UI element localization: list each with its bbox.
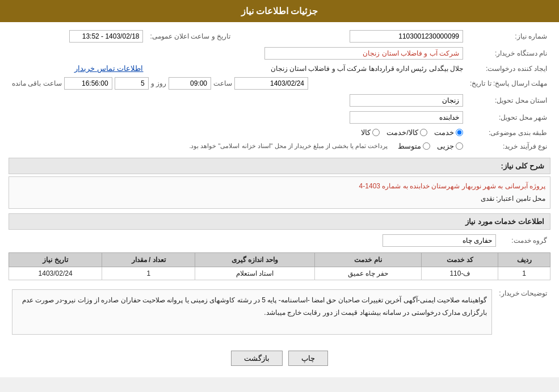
service-group-label: گروه خدمت: — [499, 232, 550, 249]
reply-remaining-label: ساعت باقی مانده — [12, 79, 62, 87]
col-qty: تعداد / مقدار — [102, 253, 195, 267]
delivery-city-input[interactable] — [350, 111, 463, 124]
row-process-type: نوع فرآیند خرید: جزیی متوسط — [9, 139, 550, 153]
buyer-org-input[interactable] — [264, 47, 463, 60]
reply-deadline-label: مهلت ارسال پاسخ: تا تاریخ: — [466, 75, 550, 92]
cell-quantity: 1 — [102, 267, 195, 280]
print-button[interactable]: چاپ — [288, 351, 328, 366]
page-title: جزئیات اطلاعات نیاز — [241, 6, 318, 16]
row-delivery-province: استان محل تحویل: — [9, 92, 550, 109]
row-service-group: گروه خدمت: — [9, 232, 550, 249]
remarks-label: توضیحات خریدار: — [495, 285, 550, 339]
reply-time-input[interactable] — [169, 77, 211, 90]
process-label: نوع فرآیند خرید: — [466, 139, 550, 153]
description-line1: پروژه آبرسانی به شهر نوربهار شهرستان خدا… — [14, 180, 545, 193]
row-delivery-city: شهر محل تحویل: — [9, 109, 550, 126]
creator-label: ایجاد کننده درخواست: — [466, 62, 550, 75]
cell-date: 1403/02/24 — [9, 267, 102, 280]
service-group-value — [9, 232, 499, 249]
delivery-city-label: شهر محل تحویل: — [466, 109, 550, 126]
services-section-title: اطلاعات خدمات مورد نیاز — [9, 213, 550, 230]
back-button[interactable]: بازگشت — [231, 351, 283, 366]
reply-remaining-input — [64, 77, 112, 90]
category-label: طبقه بندی موضوعی: — [466, 126, 550, 139]
delivery-province-input[interactable] — [350, 94, 463, 107]
reply-days-input[interactable] — [115, 77, 149, 90]
need-number-input[interactable] — [350, 30, 463, 43]
description-box: پروژه آبرسانی به شهر نوربهار شهرستان خدا… — [9, 176, 550, 209]
process-note: پرداخت تمام یا بخشی از مبلغ خریدار از مح… — [186, 141, 391, 151]
announcement-date-input[interactable] — [69, 30, 143, 43]
button-row: چاپ بازگشت — [9, 344, 550, 372]
creator-value: جلال بیگدلی رئیس اداره قراردادها شرکت آب… — [146, 62, 466, 75]
remarks-value: گواهینامه صلاحیت ایمنی-آگهی آخرین تغییرا… — [9, 285, 495, 339]
row-remarks: توضیحات خریدار: گواهینامه صلاحیت ایمنی-آ… — [9, 285, 550, 339]
col-name: نام خدمت — [314, 253, 422, 267]
description-text: پروژه آبرسانی به شهر نوربهار شهرستان خدا… — [359, 182, 545, 190]
buyer-org-value — [9, 45, 466, 62]
process-value: جزیی متوسط پرداخت تمام یا بخشی از مبلغ خ… — [9, 139, 466, 153]
service-group-input[interactable] — [383, 234, 496, 247]
category-radios: خدمت کالا/خدمت کالا — [9, 126, 466, 139]
cell-row: 1 — [498, 267, 550, 280]
need-number-value — [260, 28, 466, 45]
content-area: شماره نیاز: تاریخ و ساعت اعلان عمومی: نا… — [0, 22, 559, 377]
buyer-org-label: نام دستگاه خریدار: — [466, 45, 550, 62]
services-table-header-row: ردیف کد خدمت نام خدمت واحد اندازه گیری ت… — [9, 253, 550, 267]
contact-link-cell: اطلاعات تماس خریدار — [9, 62, 146, 75]
cell-unit: استاد استعلام — [195, 267, 314, 280]
remarks-box: گواهینامه صلاحیت ایمنی-آگهی آخرین تغییرا… — [12, 289, 492, 335]
cell-name: حفر چاه عمیق — [314, 267, 422, 280]
process-radio-medium[interactable]: متوسط — [398, 142, 430, 150]
delivery-city-value — [9, 109, 466, 126]
col-unit: واحد اندازه گیری — [195, 253, 314, 267]
col-code: کد خدمت — [422, 253, 498, 267]
reply-time-label: ساعت — [213, 79, 232, 87]
description-line2: محل تامین اعتبار: نقدی — [14, 193, 545, 205]
table-row: 1ف-110حفر چاه عمیقاستاد استعلام11403/02/… — [9, 267, 550, 280]
need-number-label: شماره نیاز: — [466, 28, 550, 45]
description-section-title: شرح کلی نیاز: — [9, 158, 550, 174]
row-category: طبقه بندی موضوعی: خدمت کالا/خدمت — [9, 126, 550, 139]
page-wrapper: جزئیات اطلاعات نیاز شماره نیاز: تاریخ و … — [0, 0, 559, 377]
process-radio-partial[interactable]: جزیی — [437, 142, 463, 150]
delivery-province-label: استان محل تحویل: — [466, 92, 550, 109]
reply-date-input[interactable] — [234, 77, 308, 90]
main-info-table: شماره نیاز: تاریخ و ساعت اعلان عمومی: نا… — [9, 28, 550, 153]
category-radio-service[interactable]: خدمت — [434, 128, 463, 137]
row-reply-deadline: مهلت ارسال پاسخ: تا تاریخ: ساعت روز و سا… — [9, 75, 550, 92]
delivery-province-value — [9, 92, 466, 109]
announcement-date-value — [9, 28, 146, 45]
remarks-table: توضیحات خریدار: گواهینامه صلاحیت ایمنی-آ… — [9, 285, 550, 339]
cell-code: ف-110 — [422, 267, 498, 280]
announcement-date-label: تاریخ و ساعت اعلان عمومی: — [146, 28, 243, 45]
reply-day-label: روز و — [151, 79, 166, 87]
col-date: تاریخ نیاز — [9, 253, 102, 267]
page-header: جزئیات اطلاعات نیاز — [0, 0, 559, 22]
col-row: ردیف — [498, 253, 550, 267]
row-need-number: شماره نیاز: تاریخ و ساعت اعلان عمومی: — [9, 28, 550, 45]
service-group-table: گروه خدمت: — [9, 232, 550, 249]
category-radio-goods-service[interactable]: کالا/خدمت — [386, 128, 427, 137]
category-radio-goods[interactable]: کالا — [361, 128, 380, 137]
reply-deadline-value: ساعت روز و ساعت باقی مانده — [9, 75, 466, 92]
row-creator: ایجاد کننده درخواست: جلال بیگدلی رئیس اد… — [9, 62, 550, 75]
row-buyer-org: نام دستگاه خریدار: — [9, 45, 550, 62]
contact-link[interactable]: اطلاعات تماس خریدار — [74, 64, 143, 73]
services-data-table: ردیف کد خدمت نام خدمت واحد اندازه گیری ت… — [9, 252, 550, 280]
